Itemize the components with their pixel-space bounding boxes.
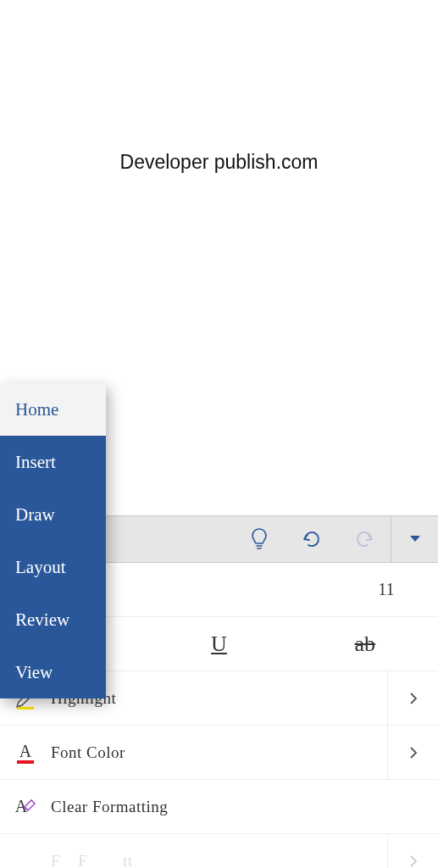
more-dropdown-button[interactable] [391,516,438,562]
undo-button[interactable] [286,516,338,562]
lightbulb-icon [249,527,269,551]
highlight-expand[interactable] [387,671,438,725]
svg-rect-2 [17,760,34,764]
chevron-right-icon [409,746,418,760]
caret-down-icon [409,535,421,543]
strikethrough-button[interactable]: ab [292,632,438,657]
chevron-right-icon [409,692,418,705]
undo-icon [300,529,324,549]
redo-icon [352,529,376,549]
partial-row-label: F F tt [51,852,133,868]
clear-formatting-row[interactable]: A Clear Formatting [0,780,438,834]
font-color-icon: A [0,740,51,765]
tab-layout[interactable]: Layout [0,541,106,593]
tab-view[interactable]: View [0,646,106,698]
tab-review[interactable]: Review [0,593,106,646]
tab-draw[interactable]: Draw [0,488,106,541]
tab-insert[interactable]: Insert [0,436,106,488]
underline-button[interactable]: U [146,632,291,657]
clear-formatting-label: Clear Formatting [51,798,168,816]
font-color-label: Font Color [51,743,125,762]
document-body-text: Developer publish.com [0,151,438,174]
tab-home[interactable]: Home [0,383,106,436]
redo-button[interactable] [338,516,391,562]
partial-row-expand[interactable] [387,834,438,868]
svg-rect-0 [17,707,34,709]
partial-next-row[interactable]: F F tt [0,834,438,868]
clear-formatting-icon: A [0,795,51,819]
svg-text:A: A [19,742,32,760]
tell-me-button[interactable] [233,516,286,562]
font-color-row[interactable]: A Font Color [0,726,438,780]
chevron-right-icon [409,854,418,868]
font-size-value: 11 [348,580,438,599]
font-color-expand[interactable] [387,726,438,779]
ribbon-tab-menu: Home Insert Draw Layout Review View [0,383,106,698]
